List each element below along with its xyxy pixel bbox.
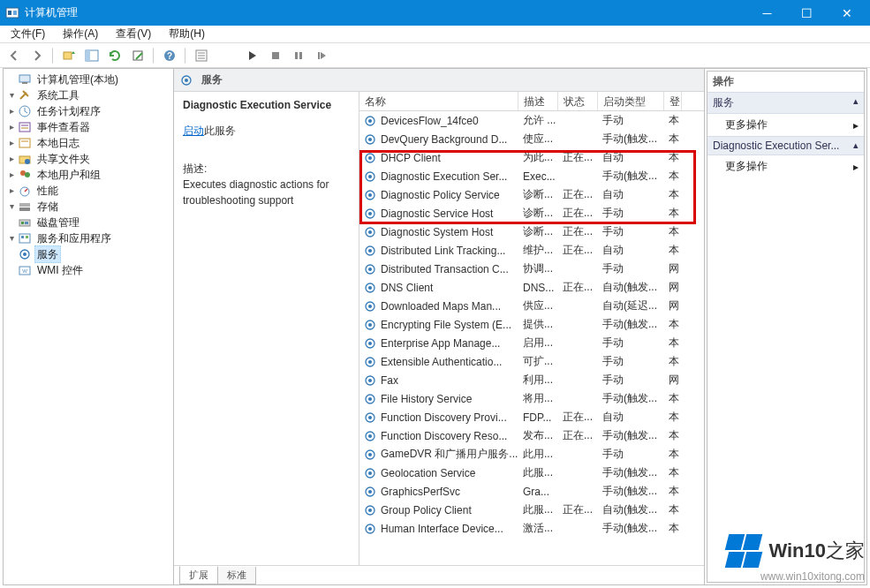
actions-more-2[interactable]: 更多操作▸	[707, 155, 864, 177]
service-row[interactable]: Function Discovery Provi...FDP...正在...自动…	[359, 408, 704, 426]
col-startup[interactable]: 启动类型	[598, 92, 664, 110]
tree-services-apps[interactable]: ▾ 服务和应用程序	[5, 230, 171, 246]
service-row[interactable]: Distributed Link Tracking...维护...正在...自动…	[359, 241, 704, 260]
service-logon: 网	[664, 298, 682, 313]
gear-icon	[363, 132, 377, 147]
gear-icon	[363, 170, 377, 184]
restart-service-button[interactable]	[311, 46, 332, 65]
service-row[interactable]: Function Discovery Reso...发布...正在...手动(触…	[359, 426, 704, 445]
service-row[interactable]: Downloaded Maps Man...供应...自动(延迟...网	[359, 297, 704, 315]
expand-icon[interactable]: ▸	[5, 183, 18, 199]
properties-button[interactable]	[191, 46, 212, 65]
service-logon: 本	[664, 484, 682, 499]
service-row[interactable]: File History Service将用...手动(触发...本	[359, 389, 704, 408]
pause-service-button[interactable]	[288, 46, 309, 65]
list-header[interactable]: 名称 描述 状态 启动类型 登	[359, 92, 704, 111]
start-service-link[interactable]: 启动	[183, 124, 204, 137]
show-hide-tree-button[interactable]	[81, 46, 102, 65]
service-row[interactable]: Geolocation Service此服...手动(触发...本	[359, 464, 704, 482]
service-desc: 此服...	[518, 465, 558, 480]
services-view: 服务 Diagnostic Execution Service 启动此服务 描述…	[174, 69, 705, 584]
tree-performance[interactable]: ▸性能	[5, 183, 171, 199]
tree-root[interactable]: 计算机管理(本地)	[5, 72, 171, 87]
up-button[interactable]	[58, 46, 79, 65]
collapse-icon[interactable]: ▴	[853, 139, 859, 152]
tree-storage[interactable]: ▾ 存储	[5, 199, 171, 215]
collapse-icon[interactable]: ▴	[853, 95, 859, 110]
service-row[interactable]: Human Interface Device...激活...手动(触发...本	[359, 519, 704, 538]
col-desc[interactable]: 描述	[518, 92, 558, 110]
gear-icon	[363, 225, 377, 239]
collapse-icon[interactable]: ▾	[5, 230, 18, 246]
actions-group-services[interactable]: 服务 ▴	[707, 92, 864, 114]
menu-file[interactable]: 文件(F)	[4, 25, 52, 43]
start-service-button[interactable]	[242, 46, 263, 65]
tree-services[interactable]: 服务	[5, 246, 171, 262]
service-row[interactable]: GraphicsPerfSvcGra...手动(触发...本	[359, 482, 704, 501]
help-button[interactable]: ?	[159, 46, 180, 65]
service-startup: 手动	[598, 261, 664, 276]
refresh-button[interactable]	[104, 46, 125, 65]
actions-group-selected[interactable]: Diagnostic Execution Ser... ▴	[707, 136, 864, 155]
back-button[interactable]	[4, 46, 25, 65]
service-row[interactable]: Enterprise App Manage...启用...手动本	[359, 334, 704, 352]
service-name: Human Interface Device...	[381, 523, 503, 535]
forward-button[interactable]	[26, 46, 48, 65]
tree-event-viewer[interactable]: ▸事件查看器	[5, 119, 171, 135]
service-name: File History Service	[381, 393, 472, 405]
menu-help[interactable]: 帮助(H)	[162, 25, 212, 43]
service-desc: 诊断...	[518, 206, 558, 221]
maximize-button[interactable]: ☐	[787, 0, 827, 26]
service-row[interactable]: DevQuery Background D...使应...手动(触发...本	[359, 130, 704, 148]
tree-shared-folders[interactable]: ▸共享文件夹	[5, 151, 171, 167]
service-desc: 此用...	[518, 447, 558, 462]
perf-icon	[18, 184, 32, 198]
service-startup: 手动	[598, 224, 664, 239]
expand-icon[interactable]: ▸	[5, 135, 18, 151]
service-row[interactable]: DevicesFlow_14fce0允许 ...手动本	[359, 111, 704, 130]
export-button[interactable]	[127, 46, 148, 65]
actions-more-1[interactable]: 更多操作▸	[707, 114, 864, 136]
expand-icon[interactable]: ▸	[5, 167, 18, 183]
tab-extended[interactable]: 扩展	[179, 566, 218, 584]
service-row[interactable]: Extensible Authenticatio...可扩...手动本	[359, 352, 704, 371]
tree-task-scheduler[interactable]: ▸任务计划程序	[5, 103, 171, 119]
main-splitter: 计算机管理(本地) ▾ 系统工具 ▸任务计划程序 ▸事件查看器 ▸本地日志	[3, 68, 867, 585]
service-row[interactable]: Diagnostic Policy Service诊断...正在...自动本	[359, 185, 704, 204]
menu-view[interactable]: 查看(V)	[109, 25, 158, 43]
service-row[interactable]: GameDVR 和广播用户服务...此用...手动本	[359, 445, 704, 464]
tree-disk-mgmt[interactable]: 磁盘管理	[5, 215, 171, 230]
tab-standard[interactable]: 标准	[217, 567, 256, 584]
close-button[interactable]: ✕	[827, 0, 866, 26]
tree-wmi[interactable]: WWMI 控件	[5, 262, 171, 278]
minimize-button[interactable]: ─	[747, 0, 787, 26]
service-row[interactable]: Distributed Transaction C...协调...手动网	[359, 260, 704, 278]
service-desc: 提供...	[518, 317, 558, 332]
service-row[interactable]: Encrypting File System (E...提供...手动(触发..…	[359, 315, 704, 334]
service-row[interactable]: Diagnostic Execution Ser...Exec...手动(触发.…	[359, 167, 704, 185]
collapse-icon[interactable]: ▾	[5, 199, 18, 215]
svg-rect-20	[19, 123, 30, 132]
service-logon: 本	[664, 428, 682, 443]
service-row[interactable]: Diagnostic Service Host诊断...正在...手动本	[359, 204, 704, 222]
tree-system-tools[interactable]: ▾ 系统工具	[5, 87, 171, 103]
col-status[interactable]: 状态	[558, 92, 598, 110]
collapse-icon[interactable]: ▾	[5, 87, 18, 103]
tree-local-log[interactable]: ▸本地日志	[5, 135, 171, 151]
stop-service-button[interactable]	[265, 46, 286, 65]
menu-action[interactable]: 操作(A)	[56, 25, 105, 43]
service-row[interactable]: Fax利用...手动网	[359, 371, 704, 389]
tree-local-users[interactable]: ▸本地用户和组	[5, 167, 171, 183]
expand-icon[interactable]: ▸	[5, 119, 18, 135]
services-list[interactable]: 名称 描述 状态 启动类型 登 DevicesFlow_14fce0允许 ...…	[359, 92, 704, 565]
console-tree[interactable]: 计算机管理(本地) ▾ 系统工具 ▸任务计划程序 ▸事件查看器 ▸本地日志	[4, 69, 174, 584]
expand-icon[interactable]: ▸	[5, 151, 18, 167]
col-logon[interactable]: 登	[664, 92, 682, 110]
service-row[interactable]: Diagnostic System Host诊断...正在...手动本	[359, 222, 704, 241]
service-logon: 本	[664, 465, 682, 480]
col-name[interactable]: 名称	[359, 92, 518, 110]
expand-icon[interactable]: ▸	[5, 103, 18, 119]
service-row[interactable]: Group Policy Client此服...正在...自动(触发...本	[359, 501, 704, 519]
service-row[interactable]: DHCP Client为此...正在...自动本	[359, 148, 704, 167]
service-row[interactable]: DNS ClientDNS...正在...自动(触发...网	[359, 278, 704, 297]
